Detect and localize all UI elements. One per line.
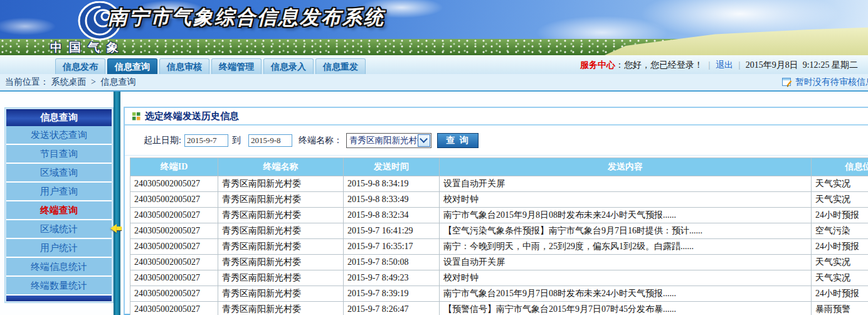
audit-notice: 暂时没有待审核信息 <box>782 74 868 90</box>
table-cell: 2015-9-7 16:41:29 <box>344 223 440 239</box>
table-cell: 【空气污染气象条件预报】南宁市气象台9月7日16时提供：预计...... <box>440 223 812 239</box>
table-row: 240305002005027青秀区南阳新光村委2015-9-8 8:34:19… <box>130 176 868 192</box>
breadcrumb-current-link[interactable]: 信息查询 <box>100 77 135 87</box>
nav-tab-2[interactable]: 信息查询 <box>107 58 157 75</box>
table-cell: 240305002005027 <box>130 255 218 270</box>
sidebar-item-2[interactable]: 节目查询 <box>6 145 112 164</box>
table-cell: 240305002005027 <box>130 286 218 302</box>
table-cell: 240305002005027 <box>130 302 218 315</box>
table-cell: 南宁：今晚到明天，中雨，25到29度，偏东风1到2级。白露踖...... <box>440 239 812 255</box>
sidebar: 信息查询 发送状态查询节目查询区域查询用户查询终端查询区域统计用户统计终端信息统… <box>5 108 113 302</box>
date-range-label: 起止日期: <box>144 135 181 146</box>
table-cell: 青秀区南阳新光村委 <box>218 239 344 255</box>
table-cell: 青秀区南阳新光村委 <box>218 208 344 223</box>
sidebar-items: 发送状态查询节目查询区域查询用户查询终端查询区域统计用户统计终端信息统计终端数量… <box>6 126 112 296</box>
table-cell: 校对时钟 <box>440 192 812 208</box>
table-cell: 24小时预报 <box>812 286 868 302</box>
grid-icon <box>132 112 140 120</box>
table-row: 240305002005027青秀区南阳新光村委2015-9-7 16:41:2… <box>130 223 868 239</box>
sidebar-header: 信息查询 <box>6 109 112 126</box>
table-header-row: 终端ID终端名称发送时间发送内容信息位 <box>130 158 868 176</box>
table-cell: 24小时预报 <box>812 208 868 223</box>
nav-tab-1[interactable]: 信息发布 <box>55 58 105 75</box>
nav-tab-5[interactable]: 信息录入 <box>263 58 314 75</box>
panel-title: 选定终端发送历史信息 <box>145 110 239 122</box>
table-cell: 【预警信号】南宁市气象台2015年9月7日07时45分发布暴...... <box>440 302 812 315</box>
dropdown-arrow-icon[interactable] <box>418 134 430 147</box>
date-from-input[interactable] <box>184 134 228 147</box>
breadcrumb-bar: 当前位置： 系统桌面 > 信息查询 暂时没有待审核信息 <box>0 74 868 92</box>
table-cell: 天气实况 <box>812 270 868 286</box>
separator: | <box>738 60 740 70</box>
terminal-select[interactable]: 青秀区南阳新光村委 <box>346 133 431 148</box>
column-header-2: 终端名称 <box>218 158 344 176</box>
table-row: 240305002005027青秀区南阳新光村委2015-9-8 8:33:49… <box>130 192 868 208</box>
table-cell: 天气实况 <box>812 192 868 208</box>
table-cell: 2015-9-7 8:39:19 <box>344 286 440 302</box>
banner-hill-decoration <box>605 21 868 55</box>
nav-tab-3[interactable]: 信息审核 <box>159 58 209 75</box>
table-cell: 240305002005027 <box>130 176 218 192</box>
sidebar-item-4[interactable]: 用户查询 <box>6 183 112 201</box>
sidebar-item-8[interactable]: 终端信息统计 <box>6 258 112 277</box>
table-row: 240305002005027青秀区南阳新光村委2015-9-7 8:49:23… <box>130 270 868 286</box>
column-header-4: 发送内容 <box>440 158 812 176</box>
table-cell: 青秀区南阳新光村委 <box>218 302 344 315</box>
app-window: 中国气象 南宁市气象综合信息发布系统 信息发布信息查询信息审核终端管理信息录入信… <box>0 0 868 315</box>
column-header-3: 发送时间 <box>344 158 440 176</box>
terminal-name-label: 终端名称： <box>299 135 342 146</box>
table-row: 240305002005027青秀区南阳新光村委2015-9-7 8:26:47… <box>130 302 868 315</box>
sidebar-item-5[interactable]: 终端查询 <box>6 201 112 220</box>
table-cell: 青秀区南阳新光村委 <box>218 192 344 208</box>
main-nav-bar: 信息发布信息查询信息审核终端管理信息录入信息重发 服务中心：您好，您已经登录！ … <box>0 55 868 74</box>
table-cell: 24小时预报 <box>812 239 868 255</box>
table-cell: 天气实况 <box>812 176 868 192</box>
table-cell: 2015-9-7 8:50:08 <box>344 255 440 270</box>
table-cell: 青秀区南阳新光村委 <box>218 176 344 192</box>
table-cell: 南宁市气象台2015年9月7日08时发布未来24小时天气预报...... <box>440 286 812 302</box>
sidebar-item-6[interactable]: 区域统计 <box>6 220 112 239</box>
table-cell: 青秀区南阳新光村委 <box>218 255 344 270</box>
table-cell: 2015-9-8 8:32:34 <box>344 208 440 223</box>
table-row: 240305002005027青秀区南阳新光村委2015-9-7 16:35:1… <box>130 239 868 255</box>
table-cell: 2015-9-7 16:35:17 <box>344 239 440 255</box>
sidebar-item-3[interactable]: 区域查询 <box>6 164 112 183</box>
collapse-left-arrow-icon[interactable] <box>110 224 122 233</box>
to-label: 到 <box>232 135 241 146</box>
table-cell: 青秀区南阳新光村委 <box>218 270 344 286</box>
sidebar-item-1[interactable]: 发送状态查询 <box>6 126 112 145</box>
table-cell: 南宁市气象台2015年9月8日08时发布未来24小时天气预报...... <box>440 208 812 223</box>
sidebar-item-7[interactable]: 用户统计 <box>6 239 112 258</box>
separator: | <box>709 60 711 70</box>
terminal-select-value: 青秀区南阳新光村委 <box>347 135 418 146</box>
table-cell: 设置自动开关屏 <box>440 176 812 192</box>
breadcrumb-home-link[interactable]: 系统桌面 <box>51 77 87 87</box>
table-cell: 2015-9-7 8:49:23 <box>344 270 440 286</box>
table-cell: 2015-9-8 8:33:49 <box>344 192 440 208</box>
table-cell: 空气污染 <box>812 223 868 239</box>
table-cell: 暴雨预警 <box>812 302 868 315</box>
table-cell: 2015-9-7 8:26:47 <box>344 302 440 315</box>
table-row: 240305002005027青秀区南阳新光村委2015-9-7 8:50:08… <box>130 255 868 270</box>
nav-tab-4[interactable]: 终端管理 <box>211 58 262 75</box>
table-cell: 240305002005027 <box>130 192 218 208</box>
datetime: 2015年9月8日 9:12:25 星期二 <box>746 60 858 70</box>
date-to-input[interactable] <box>248 134 292 147</box>
logo-caption: 中国气象 <box>50 40 160 55</box>
sidebar-item-9[interactable]: 终端数量统计 <box>6 277 112 296</box>
table-cell: 240305002005027 <box>130 239 218 255</box>
logout-link[interactable]: 退出 <box>716 60 733 70</box>
search-button[interactable]: 查 询 <box>437 133 479 148</box>
nav-tab-6[interactable]: 信息重发 <box>315 58 366 75</box>
table-cell: 青秀区南阳新光村委 <box>218 286 344 302</box>
breadcrumb-label: 当前位置： <box>5 77 49 87</box>
table-cell: 240305002005027 <box>130 208 218 223</box>
table-cell: 2015-9-8 8:34:19 <box>344 176 440 192</box>
panel-header: 选定终端发送历史信息 <box>125 108 868 125</box>
sidebar-splitter-bar[interactable] <box>114 92 120 315</box>
nav-tabs: 信息发布信息查询信息审核终端管理信息录入信息重发 <box>55 58 368 75</box>
sidebar-footer <box>6 296 112 301</box>
query-form: 起止日期: 到 终端名称： 青秀区南阳新光村委 查 询 <box>125 125 868 156</box>
breadcrumb-separator: > <box>91 77 96 87</box>
table-cell: 青秀区南阳新光村委 <box>218 223 344 239</box>
